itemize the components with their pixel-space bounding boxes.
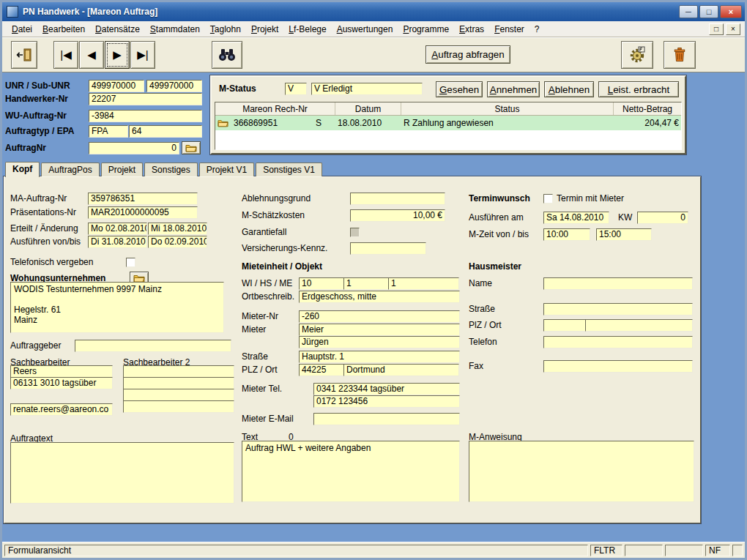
hm-fax-field[interactable] [543,360,693,373]
close-button[interactable]: × [720,5,742,18]
garantiefall-checkbox[interactable] [350,228,360,237]
wohnungsunternehmen-field[interactable]: WODIS Testunternehmen 9997 Mainz Hegelst… [10,282,224,333]
menu-fenster[interactable]: Fenster [489,23,529,36]
minimize-button[interactable]: ─ [679,5,698,18]
sachbearbeiter-email-field[interactable]: renate.reers@aareon.co [10,403,113,416]
sachbearbeiter-name-field[interactable]: Reers [10,365,113,378]
tab-kopf[interactable]: Kopf [5,162,40,177]
erteilt-field[interactable]: Mo 02.08.2010 [88,223,147,235]
ausfuehren-am-field[interactable]: Sa 14.08.2010 [543,212,609,224]
menu-programme[interactable]: Programme [398,23,454,36]
annehmen-button[interactable]: Annehmen [487,81,540,97]
delete-button[interactable] [664,41,696,69]
termin-mit-mieter-checkbox[interactable] [543,194,553,204]
ausfuehren-von-field[interactable]: Di 31.08.2010 [88,236,147,248]
auftragnr-folder-button[interactable] [182,141,201,154]
ma-auftrag-nr-field[interactable]: 359786351 [88,193,198,205]
me-field[interactable]: 1 [388,277,459,290]
mzeit-bis-field[interactable]: 15:00 [596,228,652,241]
sachbearbeiter-tel-field[interactable]: 06131 3010 tagsüber [10,377,113,389]
strasse-field[interactable]: Hauptstr. 1 [299,351,460,363]
mzeit-von-field[interactable]: 10:00 [543,228,590,241]
praesentation-nr-field[interactable]: MAR201000000095 [88,206,198,219]
tab-sonstiges[interactable]: Sonstiges [144,163,198,176]
mieter-vorname-field[interactable]: Jürgen [299,336,460,348]
sachbearbeiter2-field-3[interactable] [123,389,234,401]
mieter-tel2-field[interactable]: 0172 123456 [313,395,460,408]
handwerker-nr-field[interactable]: 22207 [89,93,202,105]
tab-projekt[interactable]: Projekt [101,163,143,176]
mieter-email-field[interactable] [313,413,460,425]
versicherung-field[interactable] [350,242,426,255]
menu-bearbeiten[interactable]: Bearbeiten [37,23,90,36]
auftragtext-field[interactable] [10,442,234,504]
gesehen-button[interactable]: Gesehen [436,81,483,97]
folder-icon [133,275,145,283]
hm-strasse-field[interactable] [543,303,693,316]
search-button[interactable] [212,41,242,69]
mieter-nr-field[interactable]: -260 [299,310,460,323]
kopf-panel: Kopf AuftragPos Projekt Sonstiges Projek… [4,162,701,523]
menu-datensaetze[interactable]: Datensätze [90,23,145,36]
tab-projekt-v1[interactable]: Projekt V1 [199,163,254,176]
nav-prev-button[interactable]: ◀ [79,41,104,69]
menu-taglohn[interactable]: Taglohn [205,23,246,36]
menu-auswertungen[interactable]: Auswertungen [332,23,398,36]
nav-next-button[interactable]: ▶ [105,41,130,69]
tab-auftragpos[interactable]: AuftragPos [41,163,99,176]
hs-field[interactable]: 1 [343,277,389,290]
ort-field[interactable]: Dortmund [343,364,459,376]
ortbeschreib-field[interactable]: Erdgeschoss, mitte [299,291,460,303]
invoice-folder-cell[interactable] [215,119,231,127]
mdi-restore-button[interactable]: □ [709,23,724,35]
mieter-tel1-field[interactable]: 0341 223344 tagsüber [313,383,460,395]
hm-plz-field[interactable] [543,319,586,332]
menu-hilfe[interactable]: ? [529,23,545,36]
menu-extras[interactable]: Extras [454,23,489,36]
manweisung-field[interactable] [469,441,694,502]
auftrag-abfragen-button[interactable]: Auftrag abfragen [425,45,510,64]
text-field[interactable]: Auftrag HWL + weitere Angaben [242,441,460,502]
export-button[interactable] [621,41,653,69]
unr-field[interactable]: 499970000 [89,80,144,92]
auftragnr-field[interactable]: 0 [89,142,179,154]
invoice-row[interactable]: 366869951 S 18.08.2010 R Zahlung angewie… [215,116,681,130]
sub-unr-field[interactable]: 499970000 [146,80,202,92]
schaetzkosten-field[interactable]: 10,00 € [350,209,445,222]
leist-erbracht-button[interactable]: Leist. erbracht [598,81,679,97]
menu-projekt[interactable]: Projekt [246,23,283,36]
maximize-button[interactable]: □ [699,5,718,18]
exit-button[interactable] [11,41,37,69]
tab-sonstiges-v1[interactable]: Sonstiges V1 [256,163,322,176]
auftraggeber-field[interactable] [75,340,231,352]
mieter-name-field[interactable]: Meier [299,324,460,336]
sachbearbeiter2-field-1[interactable] [123,365,234,378]
menu-datei[interactable]: Datei [7,23,37,36]
plz-field[interactable]: 44225 [299,364,344,376]
sachbearbeiter2-field-2[interactable] [123,377,234,389]
ausfuehren-bis-field[interactable]: Do 02.09.2010 [148,236,207,248]
mdi-close-button[interactable]: × [726,23,740,35]
auftragtyp-field[interactable]: FPA [89,125,128,138]
menu-lf-belege[interactable]: Lf-Belege [283,23,331,36]
aenderung-field[interactable]: Mi 18.08.2010 [148,223,207,235]
ablehnungsgrund-field[interactable] [350,193,445,205]
mstatus-code-field[interactable]: V [285,83,307,95]
ablehnen-button[interactable]: Ablehnen [544,81,594,97]
hm-ort-field[interactable] [585,319,693,332]
mstatus-text-field[interactable]: V Erledigt [311,83,423,95]
terminwunsch-header: Terminwunsch [469,193,543,204]
nav-first-button[interactable]: |◀ [53,41,78,69]
mstatus-label: M-Status [219,83,256,94]
sachbearbeiter2-field-4[interactable] [123,400,234,413]
menu-stammdaten[interactable]: Stammdaten [145,23,205,36]
auftragnr-label: AuftragNr [5,143,89,153]
hm-name-field[interactable] [543,277,693,290]
telefonisch-checkbox[interactable] [126,258,135,267]
wi-field[interactable]: 10 [299,277,344,290]
epa-field[interactable]: 64 [129,125,202,138]
nav-last-button[interactable]: ▶| [130,41,155,69]
kw-field[interactable]: 0 [637,212,688,224]
wu-auftrag-nr-field[interactable]: -3984 [89,110,202,122]
hm-telefon-field[interactable] [543,336,693,348]
